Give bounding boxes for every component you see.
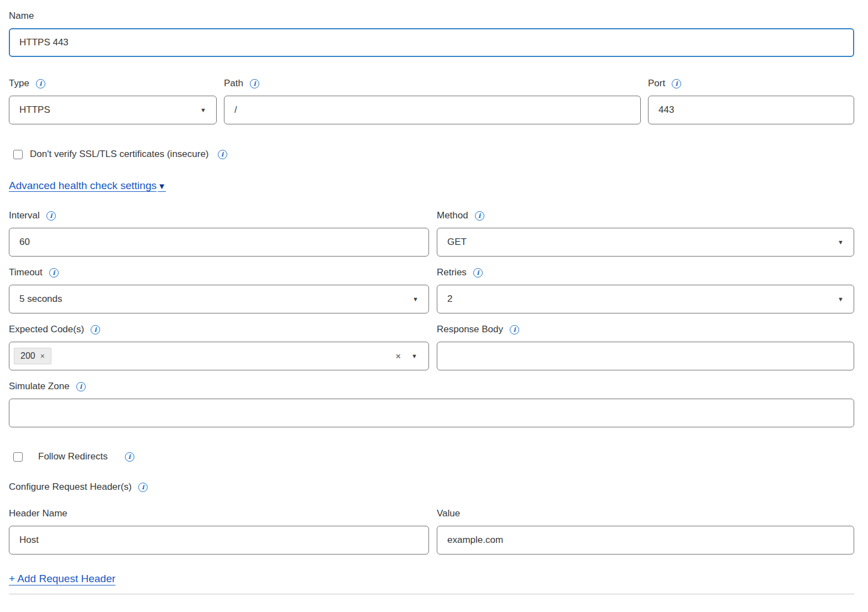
simulate-zone-label-text: Simulate Zone [9,380,70,393]
health-check-form: Name Type i HTTPS ▼ Path i [0,0,859,594]
interval-label: Interval i [9,210,429,222]
timeout-retries-row: Timeout i 5 seconds ▼ Retries i 2 ▼ [9,266,854,313]
port-label-text: Port [648,77,665,90]
header-value-label-text: Value [437,508,460,520]
info-icon[interactable]: i [49,268,59,278]
name-label-text: Name [9,10,34,22]
code-tag: 200 × [14,348,51,364]
follow-redirects-row: Follow Redirects i [9,451,854,462]
chevron-down-icon[interactable]: ▼ [411,353,417,359]
info-icon[interactable]: i [672,79,681,88]
interval-field: Interval i [9,210,429,257]
simulate-zone-field: Simulate Zone i [9,380,854,427]
expected-codes-label-text: Expected Code(s) [9,323,84,336]
info-icon[interactable]: i [36,79,45,88]
type-select-value: HTTPS [19,104,50,116]
chevron-down-icon: ▼ [200,107,206,113]
retries-label: Retries i [437,266,854,279]
port-field: Port i [648,77,854,124]
ssl-verify-label: Don't verify SSL/TLS certificates (insec… [30,149,209,160]
type-label: Type i [9,77,217,90]
expected-codes-label: Expected Code(s) i [9,323,429,336]
timeout-label-text: Timeout [9,266,43,279]
type-label-text: Type [9,77,29,90]
response-body-input[interactable] [437,342,854,370]
info-icon[interactable]: i [125,452,134,462]
info-icon[interactable]: i [510,325,519,334]
caret-down-icon: ▼ [158,182,166,190]
interval-label-text: Interval [9,210,40,222]
header-name-label: Header Name [9,508,429,520]
timeout-label: Timeout i [9,266,429,279]
name-field: Name [9,10,854,57]
info-icon[interactable]: i [76,382,86,391]
header-value-field: Value [437,508,854,555]
ssl-verify-checkbox[interactable] [13,150,23,159]
interval-input[interactable] [9,228,429,257]
advanced-settings-link-text: Advanced health check settings [9,180,156,192]
chevron-down-icon: ▼ [838,239,844,245]
expected-codes-field: Expected Code(s) i 200 × × ▼ [9,323,429,370]
follow-redirects-checkbox[interactable] [13,452,23,462]
port-label: Port i [648,77,854,90]
codes-body-row: Expected Code(s) i 200 × × ▼ Response [9,323,854,370]
info-icon[interactable]: i [91,325,100,334]
name-input[interactable] [9,28,854,57]
path-field: Path i [224,77,641,124]
retries-select-value: 2 [447,294,452,305]
interval-method-row: Interval i Method i GET ▼ [9,210,854,257]
retries-select[interactable]: 2 ▼ [437,285,854,313]
header-row: Header Name Value [9,508,854,555]
expected-codes-multiselect[interactable]: 200 × × ▼ [9,342,429,370]
path-input[interactable] [224,96,641,124]
port-input[interactable] [648,96,854,124]
add-request-header-link[interactable]: + Add Request Header [9,573,116,585]
simulate-zone-label: Simulate Zone i [9,380,854,393]
header-name-label-text: Header Name [9,508,67,520]
request-headers-title-text: Configure Request Header(s) [9,481,132,493]
code-tag-text: 200 [20,351,35,361]
name-label: Name [9,10,854,22]
section-divider [9,594,854,594]
method-label-text: Method [437,210,468,222]
info-icon[interactable]: i [475,211,484,221]
retries-field: Retries i 2 ▼ [437,266,854,313]
info-icon[interactable]: i [46,211,56,221]
info-icon[interactable]: i [473,268,483,278]
advanced-settings-link[interactable]: Advanced health check settings▼ [9,180,166,192]
path-label: Path i [224,77,641,90]
ssl-verify-row: Don't verify SSL/TLS certificates (insec… [9,149,854,160]
timeout-field: Timeout i 5 seconds ▼ [9,266,429,313]
request-headers-title: Configure Request Header(s) i [9,481,854,493]
header-value-label: Value [437,508,854,520]
info-icon[interactable]: i [138,483,148,492]
response-body-label-text: Response Body [437,323,503,336]
method-select-value: GET [447,237,467,248]
follow-redirects-label: Follow Redirects [38,451,108,462]
type-field: Type i HTTPS ▼ [9,77,217,124]
timeout-select[interactable]: 5 seconds ▼ [9,285,429,313]
header-name-field: Header Name [9,508,429,555]
clear-all-icon[interactable]: × [395,352,401,361]
remove-tag-icon[interactable]: × [40,352,45,360]
response-body-label: Response Body i [437,323,854,336]
retries-label-text: Retries [437,266,467,279]
info-icon[interactable]: i [218,150,227,159]
method-select[interactable]: GET ▼ [437,228,854,257]
method-label: Method i [437,210,854,222]
info-icon[interactable]: i [250,79,259,88]
simulate-zone-input[interactable] [9,399,854,427]
header-value-input[interactable] [437,526,854,555]
timeout-select-value: 5 seconds [19,294,62,305]
chevron-down-icon: ▼ [412,296,419,302]
type-path-port-row: Type i HTTPS ▼ Path i Port i [9,77,854,124]
method-field: Method i GET ▼ [437,210,854,257]
chevron-down-icon: ▼ [838,296,844,302]
response-body-field: Response Body i [437,323,854,370]
path-label-text: Path [224,77,243,90]
type-select[interactable]: HTTPS ▼ [9,96,217,124]
multiselect-controls: × ▼ [395,352,417,361]
header-name-input[interactable] [9,526,429,555]
